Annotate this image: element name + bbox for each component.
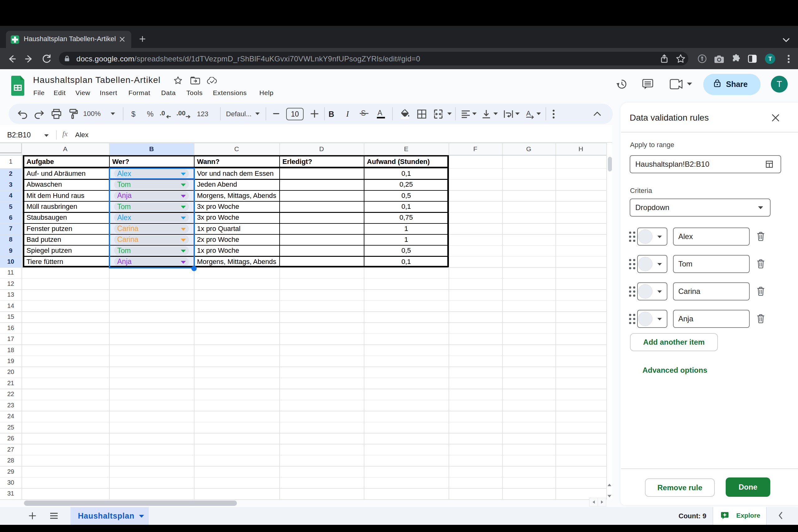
svg-text:.00: .00 (176, 109, 186, 117)
svg-text:A: A (526, 109, 531, 117)
svg-text:A: A (378, 109, 382, 117)
svg-text:.0: .0 (159, 109, 165, 117)
